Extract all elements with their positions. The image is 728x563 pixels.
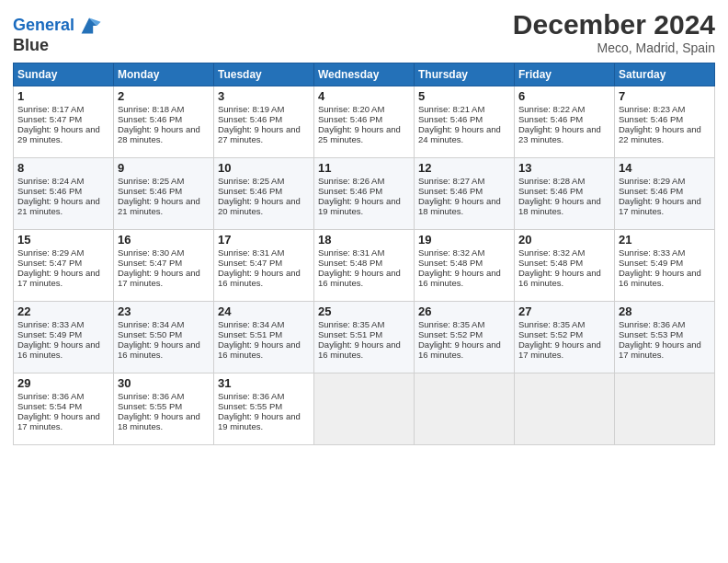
sunset-text: Sunset: 5:54 PM: [17, 401, 82, 411]
day-cell-8: 8Sunrise: 8:24 AMSunset: 5:46 PMDaylight…: [14, 158, 114, 230]
day-number: 24: [218, 304, 310, 318]
sunrise-text: Sunrise: 8:24 AM: [17, 176, 84, 186]
day-cell-25: 25Sunrise: 8:35 AMSunset: 5:51 PMDayligh…: [314, 302, 415, 373]
daylight-text: Daylight: 9 hours and 17 minutes.: [619, 339, 701, 360]
day-number: 11: [318, 161, 410, 175]
sunset-text: Sunset: 5:46 PM: [518, 186, 583, 196]
sunset-text: Sunset: 5:51 PM: [318, 329, 382, 339]
day-cell-1: 1Sunrise: 8:17 AMSunset: 5:47 PMDaylight…: [14, 86, 114, 158]
daylight-text: Daylight: 9 hours and 21 minutes.: [17, 196, 100, 216]
day-cell-21: 21Sunrise: 8:33 AMSunset: 5:49 PMDayligh…: [615, 230, 715, 302]
day-cell-empty: [515, 373, 615, 445]
day-cell-7: 7Sunrise: 8:23 AMSunset: 5:46 PMDaylight…: [615, 86, 715, 158]
daylight-text: Daylight: 9 hours and 16 minutes.: [418, 339, 501, 360]
sunset-text: Sunset: 5:46 PM: [218, 186, 282, 196]
daylight-text: Daylight: 9 hours and 28 minutes.: [118, 124, 200, 144]
day-number: 7: [619, 89, 711, 103]
sunrise-text: Sunrise: 8:35 AM: [318, 319, 384, 329]
day-number: 4: [318, 89, 410, 103]
day-cell-23: 23Sunrise: 8:34 AMSunset: 5:50 PMDayligh…: [114, 302, 214, 373]
main-container: General Blue December 2024 Meco, Madrid,…: [0, 0, 728, 453]
day-cell-6: 6Sunrise: 8:22 AMSunset: 5:46 PMDaylight…: [515, 86, 615, 158]
day-number: 16: [118, 233, 210, 247]
sunset-text: Sunset: 5:46 PM: [619, 186, 683, 196]
sunset-text: Sunset: 5:47 PM: [218, 258, 282, 268]
daylight-text: Daylight: 9 hours and 17 minutes.: [17, 268, 100, 288]
sunset-text: Sunset: 5:48 PM: [518, 258, 583, 268]
col-wednesday: Wednesday: [314, 63, 415, 86]
day-number: 23: [118, 304, 210, 318]
sunrise-text: Sunrise: 8:33 AM: [619, 247, 685, 258]
day-number: 14: [619, 161, 711, 175]
day-cell-30: 30Sunrise: 8:36 AMSunset: 5:55 PMDayligh…: [114, 373, 214, 445]
sunset-text: Sunset: 5:53 PM: [619, 329, 683, 339]
day-number: 5: [418, 89, 510, 103]
day-cell-13: 13Sunrise: 8:28 AMSunset: 5:46 PMDayligh…: [515, 158, 615, 230]
daylight-text: Daylight: 9 hours and 18 minutes.: [118, 411, 200, 431]
sunset-text: Sunset: 5:46 PM: [318, 114, 382, 124]
day-number: 8: [17, 161, 109, 175]
day-number: 17: [218, 233, 310, 247]
day-cell-16: 16Sunrise: 8:30 AMSunset: 5:47 PMDayligh…: [114, 230, 214, 302]
sunset-text: Sunset: 5:48 PM: [318, 258, 382, 268]
day-cell-3: 3Sunrise: 8:19 AMSunset: 5:46 PMDaylight…: [214, 86, 314, 158]
col-thursday: Thursday: [415, 63, 515, 86]
day-cell-22: 22Sunrise: 8:33 AMSunset: 5:49 PMDayligh…: [14, 302, 114, 373]
sunrise-text: Sunrise: 8:32 AM: [518, 247, 585, 258]
week-row-4: 22Sunrise: 8:33 AMSunset: 5:49 PMDayligh…: [14, 302, 715, 373]
header: General Blue December 2024 Meco, Madrid,…: [13, 9, 715, 55]
day-cell-9: 9Sunrise: 8:25 AMSunset: 5:46 PMDaylight…: [114, 158, 214, 230]
sunrise-text: Sunrise: 8:31 AM: [318, 247, 384, 258]
day-cell-31: 31Sunrise: 8:36 AMSunset: 5:55 PMDayligh…: [214, 373, 314, 445]
title-block: December 2024 Meco, Madrid, Spain: [513, 9, 715, 55]
sunset-text: Sunset: 5:46 PM: [118, 114, 182, 124]
month-title: December 2024: [513, 9, 715, 40]
week-row-3: 15Sunrise: 8:29 AMSunset: 5:47 PMDayligh…: [14, 230, 715, 302]
sunrise-text: Sunrise: 8:21 AM: [418, 104, 484, 114]
sunset-text: Sunset: 5:48 PM: [418, 258, 483, 268]
day-number: 21: [619, 233, 711, 247]
week-row-1: 1Sunrise: 8:17 AMSunset: 5:47 PMDaylight…: [14, 86, 715, 158]
daylight-text: Daylight: 9 hours and 18 minutes.: [518, 196, 601, 216]
sunrise-text: Sunrise: 8:31 AM: [218, 247, 284, 258]
daylight-text: Daylight: 9 hours and 19 minutes.: [218, 411, 301, 431]
sunset-text: Sunset: 5:50 PM: [118, 329, 182, 339]
logo-text: General: [13, 17, 74, 35]
sunrise-text: Sunrise: 8:35 AM: [418, 319, 484, 329]
sunrise-text: Sunrise: 8:35 AM: [518, 319, 585, 329]
day-number: 26: [418, 304, 510, 318]
day-number: 18: [318, 233, 410, 247]
logo-general: General: [13, 16, 74, 34]
sunrise-text: Sunrise: 8:36 AM: [118, 391, 184, 401]
daylight-text: Daylight: 9 hours and 17 minutes.: [518, 339, 601, 360]
day-number: 3: [218, 89, 310, 103]
sunset-text: Sunset: 5:46 PM: [418, 114, 483, 124]
day-cell-empty: [415, 373, 515, 445]
week-row-2: 8Sunrise: 8:24 AMSunset: 5:46 PMDaylight…: [14, 158, 715, 230]
logo-blue: Blue: [13, 36, 49, 54]
day-number: 13: [518, 161, 610, 175]
col-tuesday: Tuesday: [214, 63, 314, 86]
sunrise-text: Sunrise: 8:26 AM: [318, 176, 384, 186]
day-number: 20: [518, 233, 610, 247]
day-cell-10: 10Sunrise: 8:25 AMSunset: 5:46 PMDayligh…: [214, 158, 314, 230]
sunrise-text: Sunrise: 8:25 AM: [118, 176, 184, 186]
day-number: 30: [118, 376, 210, 390]
daylight-text: Daylight: 9 hours and 20 minutes.: [218, 196, 301, 216]
day-cell-4: 4Sunrise: 8:20 AMSunset: 5:46 PMDaylight…: [314, 86, 415, 158]
sunset-text: Sunset: 5:55 PM: [118, 401, 182, 411]
day-number: 28: [619, 304, 711, 318]
sunrise-text: Sunrise: 8:34 AM: [118, 319, 184, 329]
sunset-text: Sunset: 5:47 PM: [17, 114, 82, 124]
day-number: 29: [17, 376, 109, 390]
daylight-text: Daylight: 9 hours and 16 minutes.: [17, 339, 100, 360]
logo-icon: [76, 13, 102, 39]
day-cell-28: 28Sunrise: 8:36 AMSunset: 5:53 PMDayligh…: [615, 302, 715, 373]
day-cell-29: 29Sunrise: 8:36 AMSunset: 5:54 PMDayligh…: [14, 373, 114, 445]
daylight-text: Daylight: 9 hours and 23 minutes.: [518, 124, 601, 144]
day-cell-11: 11Sunrise: 8:26 AMSunset: 5:46 PMDayligh…: [314, 158, 415, 230]
sunset-text: Sunset: 5:46 PM: [619, 114, 683, 124]
daylight-text: Daylight: 9 hours and 24 minutes.: [418, 124, 501, 144]
day-number: 31: [218, 376, 310, 390]
calendar-table: Sunday Monday Tuesday Wednesday Thursday…: [13, 63, 715, 445]
